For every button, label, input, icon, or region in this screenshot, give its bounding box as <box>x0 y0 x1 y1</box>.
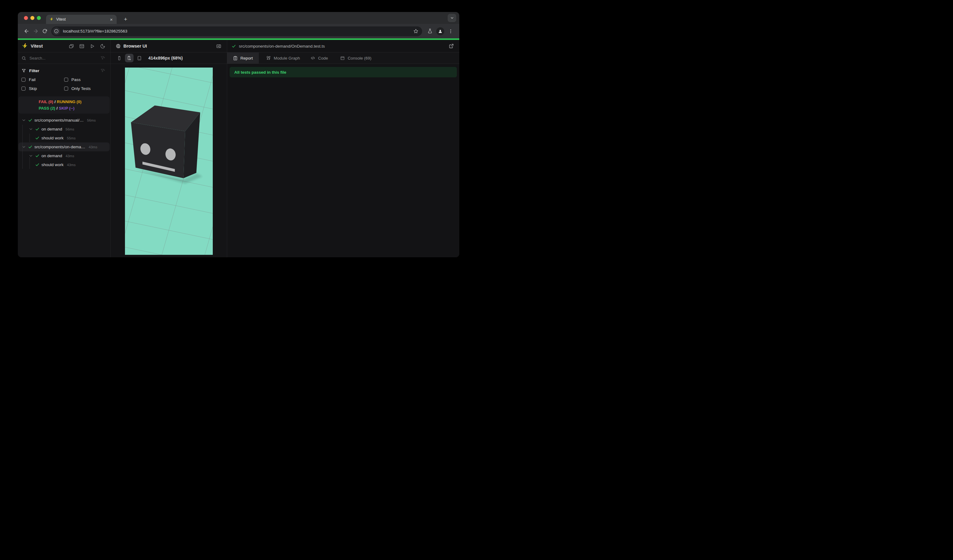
dock-panel-button[interactable] <box>215 43 223 49</box>
tab-module-graph[interactable]: Module Graph <box>265 53 301 64</box>
experiments-button[interactable] <box>425 27 435 36</box>
viewport-dimensions: 414x896px (68%) <box>148 56 183 60</box>
open-external-button[interactable] <box>448 43 455 48</box>
pass-check-icon <box>28 144 33 149</box>
filter-x-icon <box>100 56 105 60</box>
pass-check-icon <box>35 154 40 158</box>
device-tablet-button[interactable] <box>136 56 143 61</box>
filter-section: Filter Fail Pass <box>18 64 110 94</box>
tab-search-button[interactable] <box>448 14 456 22</box>
dark-mode-toggle[interactable] <box>99 43 107 49</box>
tab-strip: Vitest × + <box>18 12 459 24</box>
running-count: RUNNING (0) <box>57 99 81 104</box>
chevron-down-icon[interactable] <box>22 118 26 123</box>
address-bar[interactable]: localhost:5173/#/?file=1828625563 <box>51 26 422 36</box>
browser-tab[interactable]: Vitest × <box>46 15 117 24</box>
test-duration: 43ms <box>66 154 74 158</box>
tab-report[interactable]: Report <box>227 53 259 64</box>
tab-code[interactable]: Code <box>310 53 329 64</box>
tab-label: Code <box>318 56 328 60</box>
banner-text: All tests passed in this file <box>234 70 286 74</box>
separator: / <box>53 99 57 104</box>
window-controls <box>24 16 41 20</box>
tab-console[interactable]: Console (69) <box>340 53 372 64</box>
browser-ui-panel: Browser UI 414x896px <box>110 40 227 257</box>
vitest-logo-icon <box>22 43 28 50</box>
summary-line-2: PASS (2)/SKIP (--) <box>39 105 107 112</box>
filter-fail-checkbox[interactable]: Fail <box>22 75 64 84</box>
checkbox-label: Skip <box>29 86 37 91</box>
dashboard-button[interactable] <box>78 43 86 49</box>
browser-toolbar: localhost:5173/#/?file=1828625563 <box>18 24 459 38</box>
test-case-row[interactable]: should work 55ms <box>19 133 110 143</box>
phone-plus-icon <box>127 56 132 61</box>
chevron-down-icon[interactable] <box>29 127 33 132</box>
checkbox-icon <box>64 87 68 91</box>
test-file-row[interactable]: src/components/manual/… 56ms <box>19 116 110 125</box>
forward-button[interactable] <box>31 27 40 36</box>
browser-window: Vitest × + <box>18 12 459 257</box>
close-window-button[interactable] <box>24 16 28 20</box>
graph-nodes-icon <box>266 56 271 60</box>
fail-count: FAIL (0) <box>39 99 53 104</box>
code-icon <box>310 56 315 60</box>
test-duration: 56ms <box>87 118 96 122</box>
chevron-down-icon <box>450 16 454 20</box>
profile-button[interactable] <box>436 27 444 35</box>
test-case-row[interactable]: should work 43ms <box>19 160 110 169</box>
test-summary: FAIL (0)/RUNNING (0) PASS (2)/SKIP (--) <box>19 96 110 113</box>
new-tab-button[interactable]: + <box>121 16 130 23</box>
checkbox-icon <box>22 78 25 82</box>
windows-stack-icon <box>69 43 74 49</box>
reload-icon <box>42 29 48 34</box>
tab-label: Module Graph <box>274 56 300 60</box>
funnel-icon <box>22 68 26 73</box>
url-text[interactable]: localhost:5173/#/?file=1828625563 <box>63 29 411 34</box>
tab-title: Vitest <box>56 17 107 22</box>
zoom-window-button[interactable] <box>37 16 41 20</box>
minimize-window-button[interactable] <box>30 16 34 20</box>
bookmark-button[interactable] <box>411 29 420 34</box>
tab-close-icon[interactable]: × <box>109 17 113 22</box>
reload-button[interactable] <box>40 27 50 36</box>
site-info-button[interactable] <box>53 27 60 35</box>
pass-check-icon <box>35 127 40 132</box>
tablet-icon <box>137 56 142 61</box>
filter-pass-checkbox[interactable]: Pass <box>64 75 107 84</box>
test-browser-viewport[interactable] <box>125 68 213 255</box>
filter-skip-checkbox[interactable]: Skip <box>22 84 64 93</box>
browser-ui-title: Browser UI <box>123 43 147 48</box>
browser-menu-button[interactable] <box>446 27 455 36</box>
test-label: should work <box>42 136 64 140</box>
back-arrow-icon <box>24 28 29 34</box>
search-row <box>18 53 110 64</box>
back-button[interactable] <box>22 27 31 36</box>
test-suite-row[interactable]: on demand 43ms <box>19 151 110 160</box>
desktop-background: Vitest × + <box>0 0 476 280</box>
test-suite-row[interactable]: on demand 56ms <box>19 125 110 133</box>
pass-check-icon <box>35 163 40 167</box>
clear-search-filter-button[interactable] <box>99 56 107 60</box>
test-duration: 43ms <box>89 145 97 149</box>
clear-filters-button[interactable] <box>99 68 107 73</box>
info-icon <box>54 29 59 34</box>
sidebar: Vitest <box>18 40 110 257</box>
checkbox-label: Pass <box>71 78 81 82</box>
test-label: src/components/on-dema… <box>34 144 85 149</box>
toolbar-actions <box>425 27 455 36</box>
search-input[interactable] <box>29 56 96 61</box>
test-file-row-selected[interactable]: src/components/on-dema… 43ms <box>19 143 110 151</box>
preview-windows-button[interactable] <box>68 43 75 49</box>
test-duration: 56ms <box>66 127 74 131</box>
filter-title: Filter <box>29 68 39 73</box>
device-phone-small-button[interactable] <box>116 56 123 61</box>
tab-label: Report <box>241 56 253 60</box>
device-phone-plus-button[interactable] <box>125 54 133 62</box>
checkbox-icon <box>22 87 25 91</box>
filter-checkboxes: Fail Pass Skip Only Tests <box>22 75 107 93</box>
phone-icon <box>117 56 121 61</box>
run-all-button[interactable] <box>88 43 96 49</box>
filter-x-icon <box>100 68 105 73</box>
filter-only-tests-checkbox[interactable]: Only Tests <box>64 84 107 93</box>
checkbox-label: Fail <box>29 78 36 82</box>
